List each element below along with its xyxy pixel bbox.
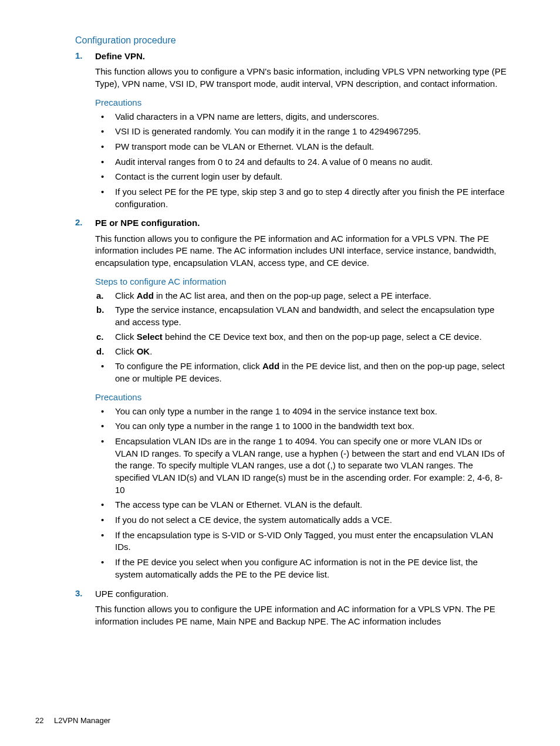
bullet-list: To configure the PE information, click A… (95, 360, 507, 384)
bullet-list: You can only type a number in the range … (95, 406, 507, 581)
item-letter: c. (96, 331, 104, 343)
list-item: a.Click Add in the AC list area, and the… (95, 290, 507, 302)
step-item: 1.Define VPN.This function allows you to… (75, 50, 507, 210)
content-area: Configuration procedure 1.Define VPN.Thi… (75, 35, 507, 628)
list-item: PW transport mode can be VLAN or Etherne… (95, 141, 507, 153)
bold-text: Add (262, 361, 279, 371)
list-item: If you do not select a CE device, the sy… (95, 514, 507, 526)
step-number: 3. (75, 588, 83, 598)
step-body: This function allows you to configure th… (95, 233, 507, 269)
step-title: Define VPN. (95, 50, 507, 62)
step-number: 2. (75, 217, 83, 227)
step-item: 2.PE or NPE configuration.This function … (75, 217, 507, 580)
subsection-heading: Precautions (95, 392, 507, 402)
list-item: VSI ID is generated randomly. You can mo… (95, 126, 507, 138)
list-item: The access type can be VLAN or Ethernet.… (95, 499, 507, 511)
item-letter: d. (96, 346, 104, 358)
subsection-heading: Steps to configure AC information (95, 276, 507, 286)
step-title: UPE configuration. (95, 588, 507, 600)
bold-text: Select (137, 332, 163, 342)
bullet-list: Valid characters in a VPN name are lette… (95, 111, 507, 211)
page-number: 22 (35, 716, 43, 725)
step-item: 3.UPE configuration.This function allows… (75, 588, 507, 628)
list-item: b.Type the service instance, encapsulati… (95, 304, 507, 328)
document-page: Configuration procedure 1.Define VPN.Thi… (0, 0, 560, 746)
lettered-list: a.Click Add in the AC list area, and the… (95, 290, 507, 357)
step-title: PE or NPE configuration. (95, 217, 507, 229)
list-item: Contact is the current login user by def… (95, 171, 507, 183)
list-item: c.Click Select behind the CE Device text… (95, 331, 507, 343)
ordered-steps: 1.Define VPN.This function allows you to… (75, 50, 507, 628)
list-item: If the PE device you select when you con… (95, 556, 507, 580)
section-heading: Configuration procedure (75, 35, 507, 46)
list-item: If the encapsulation type is S-VID or S-… (95, 529, 507, 553)
page-footer: 22 L2VPN Manager (35, 716, 110, 725)
list-item: You can only type a number in the range … (95, 420, 507, 433)
item-letter: b. (96, 304, 104, 316)
footer-title: L2VPN Manager (54, 716, 110, 725)
step-body: This function allows you to configure a … (95, 66, 507, 90)
list-item: d.Click OK. (95, 346, 507, 358)
list-item: Audit interval ranges from 0 to 24 and d… (95, 156, 507, 168)
list-item: You can only type a number in the range … (95, 406, 507, 418)
list-item: Encapsulation VLAN IDs are in the range … (95, 436, 507, 496)
bold-text: OK (137, 346, 150, 356)
bold-text: Add (137, 291, 154, 301)
list-item: If you select PE for the PE type, skip s… (95, 186, 507, 210)
subsection-heading: Precautions (95, 97, 507, 107)
step-body: This function allows you to configure th… (95, 603, 507, 627)
item-letter: a. (96, 290, 104, 302)
step-number: 1. (75, 50, 83, 60)
list-item: Valid characters in a VPN name are lette… (95, 111, 507, 123)
list-item: To configure the PE information, click A… (95, 360, 507, 384)
